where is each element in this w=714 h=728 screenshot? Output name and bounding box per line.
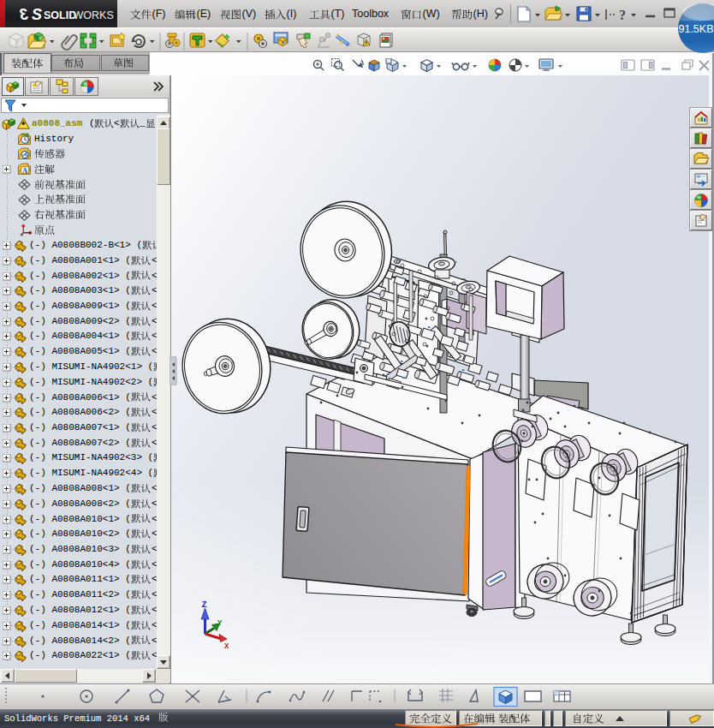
svg-text:SOLID: SOLID <box>44 9 76 21</box>
svg-text:Y: Y <box>217 619 223 628</box>
svg-text:?: ? <box>619 8 626 22</box>
svg-text:91.5KB: 91.5KB <box>678 23 713 35</box>
svg-text:S: S <box>32 6 42 23</box>
svg-text:Z: Z <box>202 600 207 610</box>
svg-text:X: X <box>224 642 229 651</box>
svg-text:WORKS: WORKS <box>74 9 114 21</box>
svg-text:3: 3 <box>20 6 28 23</box>
